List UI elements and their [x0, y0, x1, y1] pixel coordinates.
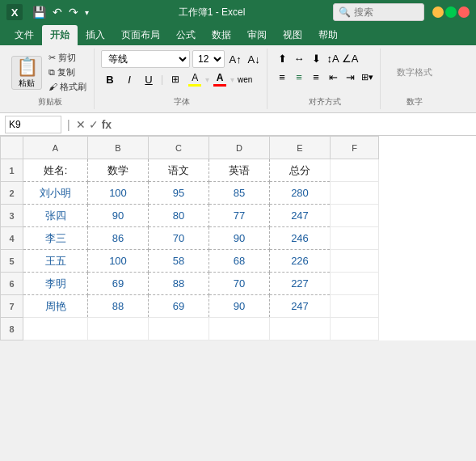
fill-color-button[interactable]: A [186, 70, 204, 88]
table-cell[interactable] [331, 227, 379, 250]
table-cell[interactable]: 70 [149, 227, 209, 250]
table-cell[interactable]: 227 [270, 273, 331, 295]
table-cell[interactable]: 70 [209, 273, 270, 295]
table-cell[interactable]: 246 [270, 227, 331, 250]
table-cell[interactable]: 69 [88, 273, 149, 295]
col-header-e[interactable]: E [270, 137, 331, 159]
table-cell[interactable]: 88 [149, 273, 209, 295]
font-size-select[interactable]: 12 [192, 50, 225, 68]
col-header-b[interactable]: B [88, 137, 149, 159]
table-cell[interactable]: 95 [149, 182, 209, 205]
table-cell[interactable]: 李明 [23, 273, 88, 295]
align-left-button[interactable]: ≡ [274, 69, 290, 85]
table-cell[interactable] [331, 250, 379, 273]
table-cell[interactable]: 总分 [270, 159, 331, 182]
table-cell[interactable]: 58 [149, 250, 209, 273]
col-header-f[interactable]: F [331, 137, 379, 159]
table-cell[interactable] [23, 318, 88, 340]
text-direction-button[interactable]: ↕A [325, 50, 341, 66]
table-cell[interactable]: 数学 [88, 159, 149, 182]
font-color-button[interactable]: A [211, 70, 229, 88]
wrap-text-button[interactable]: wen [236, 70, 254, 88]
col-header-d[interactable]: D [209, 137, 270, 159]
table-cell[interactable]: 周艳 [23, 295, 88, 318]
table-cell[interactable]: 90 [209, 295, 270, 318]
table-cell[interactable] [88, 318, 149, 340]
cut-button[interactable]: ✂ 剪切 [46, 51, 89, 65]
table-cell[interactable] [331, 273, 379, 295]
bold-button[interactable]: B [101, 70, 119, 88]
tab-review[interactable]: 审阅 [239, 25, 275, 45]
table-cell[interactable]: 68 [209, 250, 270, 273]
copy-button[interactable]: ⧉ 复制 [46, 66, 89, 79]
tab-page-layout[interactable]: 页面布局 [113, 25, 168, 45]
table-cell[interactable]: 85 [209, 182, 270, 205]
table-cell[interactable]: 226 [270, 250, 331, 273]
table-cell[interactable]: 刘小明 [23, 182, 88, 205]
table-cell[interactable]: 90 [88, 205, 149, 227]
tab-help[interactable]: 帮助 [310, 25, 346, 45]
table-cell[interactable]: 247 [270, 205, 331, 227]
table-cell[interactable]: 90 [209, 227, 270, 250]
table-cell[interactable]: 张四 [23, 205, 88, 227]
formula-input[interactable] [115, 116, 471, 133]
table-cell[interactable] [331, 159, 379, 182]
maximize-button[interactable] [445, 6, 457, 18]
table-cell[interactable]: 100 [88, 250, 149, 273]
underline-button[interactable]: U [140, 70, 158, 88]
table-cell[interactable]: 100 [88, 182, 149, 205]
table-cell[interactable]: 李三 [23, 227, 88, 250]
increase-indent-button[interactable]: ⇥ [342, 69, 358, 85]
tab-home[interactable]: 开始 [42, 25, 78, 45]
italic-button[interactable]: I [120, 70, 138, 88]
tab-view[interactable]: 视图 [275, 25, 310, 45]
minimize-button[interactable] [432, 6, 444, 18]
close-button[interactable] [458, 6, 470, 18]
customize-button[interactable]: ▾ [83, 8, 91, 17]
tab-insert[interactable]: 插入 [78, 25, 113, 45]
cell-reference-box[interactable]: K9 [5, 116, 61, 133]
table-cell[interactable] [331, 295, 379, 318]
decrease-indent-button[interactable]: ⇤ [325, 69, 341, 85]
table-cell[interactable]: 英语 [209, 159, 270, 182]
table-cell[interactable] [149, 318, 209, 340]
confirm-formula-icon[interactable]: ✓ [89, 118, 99, 131]
tab-data[interactable]: 数据 [204, 25, 239, 45]
align-middle-button[interactable]: ↔ [291, 50, 307, 66]
align-right-button[interactable]: ≡ [308, 69, 324, 85]
table-cell[interactable]: 280 [270, 182, 331, 205]
table-cell[interactable] [331, 182, 379, 205]
tab-file[interactable]: 文件 [6, 25, 42, 45]
align-center-button[interactable]: ≡ [291, 69, 307, 85]
increase-font-button[interactable]: A↑ [227, 51, 243, 67]
tab-formulas[interactable]: 公式 [168, 25, 204, 45]
save-button[interactable]: 💾 [31, 6, 48, 19]
table-cell[interactable]: 语文 [149, 159, 209, 182]
merge-center-button[interactable]: ⊞▾ [359, 69, 375, 85]
table-cell[interactable] [270, 318, 331, 340]
search-input[interactable] [354, 6, 419, 18]
table-cell[interactable]: 80 [149, 205, 209, 227]
align-top-button[interactable]: ⬆ [274, 50, 290, 66]
decrease-font-button[interactable]: A↓ [246, 51, 262, 67]
redo-button[interactable]: ↷ [67, 6, 80, 19]
text-angle-button[interactable]: ∠A [342, 50, 358, 66]
table-cell[interactable]: 77 [209, 205, 270, 227]
col-header-c[interactable]: C [149, 137, 209, 159]
table-cell[interactable]: 69 [149, 295, 209, 318]
border-button[interactable]: ⊞ [166, 70, 184, 88]
undo-button[interactable]: ↶ [51, 6, 64, 19]
col-header-a[interactable]: A [23, 137, 88, 159]
search-box[interactable]: 🔍 [333, 3, 424, 21]
paste-button[interactable]: 📋 粘贴 [11, 56, 42, 90]
table-cell[interactable]: 姓名: [23, 159, 88, 182]
table-cell[interactable] [331, 205, 379, 227]
font-family-select[interactable]: 等线 [101, 50, 190, 68]
format-painter-button[interactable]: 🖌 格式刷 [46, 80, 89, 94]
align-bottom-button[interactable]: ⬇ [308, 50, 324, 66]
table-cell[interactable]: 247 [270, 295, 331, 318]
table-cell[interactable]: 88 [88, 295, 149, 318]
table-cell[interactable] [331, 318, 379, 340]
table-cell[interactable]: 王五 [23, 250, 88, 273]
cancel-formula-icon[interactable]: ✕ [76, 118, 86, 131]
